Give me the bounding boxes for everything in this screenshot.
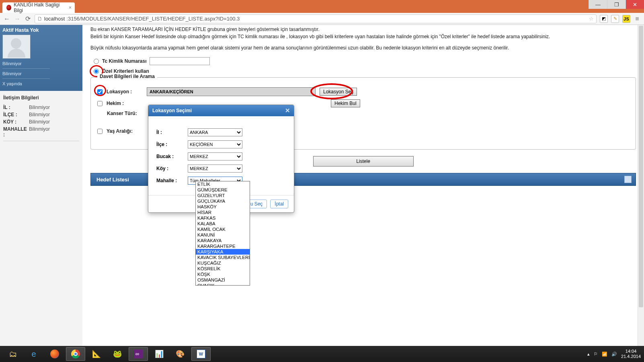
tray-flag-icon[interactable]: ⚐ — [594, 352, 598, 357]
lokasyon-input[interactable] — [147, 87, 316, 96]
dropdown-option[interactable]: KAMİL OCAK — [196, 226, 250, 232]
label-mahalle: Mahalle : — [156, 178, 188, 183]
dropdown-option[interactable]: KAFKAS — [196, 215, 250, 221]
contact-key: KÖY : — [3, 119, 29, 125]
favicon-icon — [6, 5, 11, 10]
patient-title: Aktif Hasta Yok — [2, 27, 80, 33]
window-close-button[interactable]: ✕ — [626, 0, 644, 9]
dropdown-option[interactable]: ETLİK — [196, 181, 250, 187]
contact-info: İletişim Bilgileri İL :Bilinmiyor İLÇE :… — [0, 91, 82, 145]
dropdown-option[interactable]: KARARGAHTEPE — [196, 243, 250, 249]
url-path: :3156/MODULES/KANSER/HEDEF_LISTE/HEDEF_L… — [66, 16, 240, 22]
scrollbar-thumb[interactable] — [639, 26, 643, 307]
dialog-close-icon[interactable]: ✕ — [284, 107, 291, 113]
checkbox-yas[interactable] — [97, 129, 103, 134]
taskbar-visualstudio-icon[interactable]: ∞ — [129, 347, 148, 361]
tray-network-icon[interactable]: 📶 — [602, 352, 607, 357]
band-note-icon[interactable] — [624, 176, 632, 183]
taskbar-explorer-icon[interactable]: 🗂 — [3, 347, 23, 361]
label-lokasyon: Lokasyon : — [107, 89, 143, 95]
label-hekim: Hekim : — [107, 101, 143, 106]
dropdown-option[interactable]: HASKÖY — [196, 204, 250, 210]
patient-meta-3: X yaşında — [2, 78, 50, 88]
dropdown-option[interactable]: KARAKAYA — [196, 238, 250, 243]
dropdown-option[interactable]: OVACIK — [196, 283, 250, 285]
select-ilce[interactable]: KEÇİÖREN — [188, 140, 242, 148]
tray-date: 21.4.2014 — [621, 354, 641, 359]
ext-js-icon[interactable]: JS — [622, 15, 630, 23]
mahalle-dropdown-list[interactable]: ETLİKGÜMÜŞDEREGÜZELYURTGÜÇLÜKAYAHASKÖYHİ… — [195, 181, 250, 286]
dropdown-option[interactable]: GÜMÜŞDERE — [196, 187, 250, 193]
dropdown-option[interactable]: KAVACIK SUBAYEVLERİ — [196, 255, 250, 260]
dialog-cancel-button[interactable]: İptal — [270, 200, 288, 208]
dialog-title: Lokasyon Seçimi — [152, 108, 192, 113]
annotation-ellipse — [310, 83, 353, 99]
tab-close-icon[interactable]: × — [69, 5, 72, 10]
label-ilce: İlçe : — [156, 142, 188, 147]
tab-title: KANLIĞI Halk Sagligi Bilgi — [14, 2, 64, 13]
dropdown-option[interactable]: GÜÇLÜKAYA — [196, 198, 250, 204]
taskbar-chrome-icon[interactable] — [66, 347, 85, 361]
address-bar[interactable]: 🗋 localhost:3156/MODULES/KANSER/HEDEF_LI… — [35, 14, 597, 23]
url-host: localhost — [44, 16, 65, 22]
sidebar: Aktif Hasta Yok Bilinmiyor Bilinmiyor X … — [0, 25, 82, 346]
bookmark-star-icon[interactable]: ☆ — [589, 16, 594, 22]
window-maximize-button[interactable]: ❐ — [607, 0, 626, 9]
select-il[interactable]: ANKARA — [188, 128, 242, 136]
reload-icon[interactable]: ⟳ — [24, 15, 31, 23]
taskbar-app2-icon[interactable]: 🐸 — [108, 347, 127, 361]
tc-input[interactable] — [150, 57, 210, 65]
tray-volume-icon[interactable]: 🔊 — [611, 352, 617, 357]
patient-panel: Aktif Hasta Yok Bilinmiyor Bilinmiyor X … — [0, 25, 82, 91]
dropdown-option[interactable]: KUŞCAĞIZ — [196, 260, 250, 266]
contact-val: Bilinmiyor — [29, 105, 50, 110]
taskbar-firefox-icon[interactable] — [45, 347, 64, 361]
radio-tc[interactable] — [94, 59, 99, 64]
select-koy[interactable]: MERKEZ — [188, 165, 242, 173]
ext-devtools-icon[interactable]: ◩ — [600, 15, 608, 23]
taskbar-paint-icon[interactable]: 🎨 — [170, 347, 190, 361]
select-bucak[interactable]: MERKEZ — [188, 152, 242, 160]
tray-time: 14:04 — [621, 349, 641, 354]
tray-clock[interactable]: 14:04 21.4.2014 — [621, 349, 641, 359]
dropdown-option[interactable]: OSMANGAZİ — [196, 277, 250, 283]
browser-titlebar: KANLIĞI Halk Sagligi Bilgi × — ❐ ✕ — [0, 0, 644, 13]
page-scrollbar[interactable] — [638, 25, 644, 346]
band-title: Hedef Listesi — [96, 177, 129, 183]
label-yas: Yaş Aralığı: — [107, 128, 143, 134]
dropdown-option[interactable]: KALABA — [196, 221, 250, 226]
hekim-bul-button[interactable]: Hekim Bul — [331, 99, 360, 107]
chrome-menu-icon[interactable]: ≡ — [634, 15, 641, 23]
listele-button[interactable]: Listele — [313, 156, 414, 167]
browser-tab[interactable]: KANLIĞI Halk Sagligi Bilgi × — [2, 2, 75, 13]
back-icon[interactable]: ← — [3, 15, 10, 23]
contact-val: Bilinmiyor — [29, 126, 50, 138]
dropdown-option[interactable]: HİSAR — [196, 210, 250, 215]
checkbox-hekim[interactable] — [97, 101, 103, 106]
label-il: İl : — [156, 130, 188, 135]
contact-key: İLÇE : — [3, 112, 29, 117]
system-tray[interactable]: ▴ ⚐ 📶 🔊 14:04 21.4.2014 — [587, 349, 641, 359]
contact-key: İL : — [3, 105, 29, 110]
dropdown-option[interactable]: KÖŞK — [196, 272, 250, 277]
dropdown-option[interactable]: GÜZELYURT — [196, 193, 250, 198]
taskbar-word-icon[interactable]: W — [191, 347, 211, 361]
forward-icon[interactable]: → — [14, 15, 21, 23]
ext-pencil-icon[interactable]: ✎ — [611, 15, 619, 23]
dropdown-option[interactable]: KÖSRELİK — [196, 266, 250, 272]
contact-val: Bilinmiyor — [29, 112, 50, 117]
dropdown-option[interactable]: KANUNİ — [196, 232, 250, 238]
taskbar-ie-icon[interactable]: e — [24, 347, 43, 361]
tray-up-icon[interactable]: ▴ — [587, 352, 590, 357]
dialog-title-bar[interactable]: Lokasyon Seçimi ✕ — [148, 105, 294, 116]
taskbar-app1-icon[interactable]: 📐 — [87, 347, 106, 361]
label-kanser: Kanser Türü: — [107, 111, 143, 116]
label-custom: Özel Kriterleri kullan — [102, 68, 149, 74]
label-koy: Köy : — [156, 166, 188, 171]
window-minimize-button[interactable]: — — [589, 0, 607, 9]
dropdown-option[interactable]: KARŞIYAKA — [196, 249, 250, 255]
taskbar[interactable]: 🗂 e 📐 🐸 ∞ 📊 🎨 W ▴ ⚐ 📶 🔊 14:04 21.4.2014 — [0, 346, 644, 362]
contact-heading: İletişim Bilgileri — [3, 95, 79, 101]
taskbar-app3-icon[interactable]: 📊 — [150, 347, 169, 361]
page-icon: 🗋 — [37, 16, 43, 22]
